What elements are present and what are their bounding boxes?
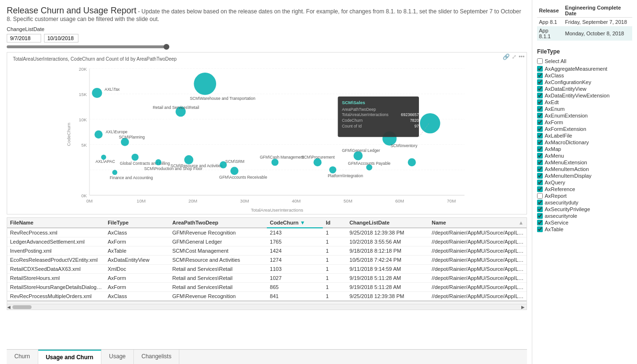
cell-codechurn: 2143 bbox=[267, 228, 323, 237]
link-icon[interactable]: 🔗 bbox=[503, 54, 510, 60]
slider-thumb[interactable] bbox=[164, 44, 169, 50]
col-filetype[interactable]: FileType bbox=[105, 218, 169, 228]
svg-text:GFM\Accounts Receivable: GFM\Accounts Receivable bbox=[219, 175, 267, 180]
filetype-label: AxMenuItemAction bbox=[545, 166, 589, 172]
col-filename[interactable]: FileName bbox=[7, 218, 105, 228]
col-changelistdate[interactable]: ChangeListDate bbox=[347, 218, 429, 228]
tab-usage-and-churn[interactable]: Usage and Churn bbox=[38, 350, 101, 364]
scroll-right-arrow[interactable]: ▶ bbox=[521, 305, 527, 310]
svg-text:20K: 20K bbox=[79, 66, 88, 72]
filetype-checkbox[interactable] bbox=[537, 186, 543, 192]
svg-text:AreaPathTwoDeep: AreaPathTwoDeep bbox=[342, 107, 376, 112]
filetype-item: AxMenuItemDisplay bbox=[537, 172, 632, 179]
filetype-item: AxFormExtension bbox=[537, 126, 632, 132]
filetype-item: AxForm bbox=[537, 119, 632, 126]
svg-point-58 bbox=[420, 113, 440, 133]
filetype-checkbox[interactable] bbox=[537, 206, 543, 212]
cell-codechurn: 841 bbox=[267, 292, 323, 301]
cell-codechurn: 865 bbox=[267, 283, 323, 292]
filetype-item: AxTable bbox=[537, 226, 632, 233]
filetype-checkbox[interactable] bbox=[537, 226, 543, 232]
filetype-checkbox[interactable] bbox=[537, 73, 543, 78]
svg-text:10K: 10K bbox=[79, 117, 88, 122]
select-all-checkbox[interactable] bbox=[537, 58, 543, 64]
cell-filename: RevRecProcess.xml bbox=[7, 228, 105, 237]
cell-areapathtwodeep: SCM\Resource and Activities bbox=[169, 256, 267, 265]
filetype-checkbox[interactable] bbox=[537, 119, 543, 125]
svg-text:0K: 0K bbox=[81, 193, 87, 198]
filetype-label: AxMenu bbox=[545, 153, 564, 159]
filetype-checkbox[interactable] bbox=[537, 126, 543, 132]
filetype-checkbox[interactable] bbox=[537, 93, 543, 98]
filetype-checkbox[interactable] bbox=[537, 79, 543, 85]
filetype-label: AxReference bbox=[545, 186, 575, 192]
report-title-text: Release Churn and Usage Report bbox=[7, 6, 136, 15]
more-icon[interactable]: ••• bbox=[518, 54, 525, 60]
scroll-left-arrow[interactable]: ◀ bbox=[7, 305, 11, 310]
cell-id: 1 bbox=[323, 274, 347, 283]
svg-text:SCM\SRM: SCM\SRM bbox=[225, 159, 244, 164]
cell-areapathtwodeep: SCM\Cost Management bbox=[169, 246, 267, 256]
header-section: Release Churn and Usage Report - Update … bbox=[7, 6, 527, 22]
filetype-checkbox[interactable] bbox=[537, 173, 543, 179]
filetype-checkbox[interactable] bbox=[537, 86, 543, 92]
tab-changelists[interactable]: Changelists bbox=[134, 350, 180, 364]
svg-point-24 bbox=[194, 73, 216, 95]
scrollbar-thumb[interactable] bbox=[12, 305, 32, 309]
slider-label: ChangeListDate bbox=[7, 26, 527, 32]
cell-id: 1 bbox=[323, 246, 347, 256]
svg-point-59 bbox=[408, 158, 416, 166]
cell-areapathtwodeep: GFM\General Ledger bbox=[169, 237, 267, 246]
cell-name: //depot/Rainier/AppMU/Source/AppIL/Meta bbox=[429, 274, 527, 283]
col-name[interactable]: Name ▲ bbox=[429, 218, 527, 228]
filetype-checkbox[interactable] bbox=[537, 180, 543, 185]
filetype-checkbox[interactable] bbox=[537, 146, 543, 152]
table-scroll[interactable]: FileName FileType AreaPathTwoDeep CodeCh… bbox=[7, 218, 527, 304]
filetype-checkbox[interactable] bbox=[537, 153, 543, 159]
filetype-checkbox[interactable] bbox=[537, 160, 543, 165]
filetype-checkbox[interactable] bbox=[537, 99, 543, 105]
filetype-label: AxSecurityPrivilege bbox=[545, 206, 590, 212]
filetype-checkbox[interactable] bbox=[537, 66, 543, 72]
date-end-input[interactable] bbox=[44, 34, 78, 43]
cell-id: 1 bbox=[323, 237, 347, 246]
filetype-item: AxQuery bbox=[537, 179, 632, 186]
filetype-checkbox[interactable] bbox=[537, 166, 543, 172]
filetype-checkbox[interactable] bbox=[537, 213, 543, 219]
filetype-checkbox[interactable] bbox=[537, 113, 543, 118]
cell-changelistdate: 9/19/2018 5:11:28 AM bbox=[347, 283, 429, 292]
filetype-checkbox[interactable] bbox=[537, 193, 543, 199]
svg-text:50M: 50M bbox=[343, 199, 352, 204]
expand-icon[interactable]: ⤢ bbox=[512, 54, 516, 60]
right-panel: Release Engineering Complete Date App 8.… bbox=[532, 0, 637, 364]
filetype-item: AxEnumExtension bbox=[537, 112, 632, 119]
table-row: RetailStoreHoursRangeDetailsDialog.xmlAx… bbox=[7, 283, 527, 292]
svg-text:AXL\APAC: AXL\APAC bbox=[96, 159, 115, 164]
svg-text:SCM\Planning: SCM\Planning bbox=[119, 135, 144, 139]
filetype-label: AxMenuItemDisplay bbox=[545, 173, 592, 179]
svg-text:Retail and Services\Retail: Retail and Services\Retail bbox=[153, 105, 199, 110]
svg-text:30M: 30M bbox=[240, 199, 249, 204]
filetype-item: axsecurityrole bbox=[537, 213, 632, 219]
tab-usage[interactable]: Usage bbox=[101, 350, 134, 364]
filetype-checkbox[interactable] bbox=[537, 220, 543, 225]
horizontal-scrollbar[interactable]: ◀ ▶ bbox=[7, 304, 527, 310]
filetype-checkbox[interactable] bbox=[537, 106, 543, 112]
filetype-label: axsecurityrole bbox=[545, 213, 577, 219]
cell-areapathtwodeep: GFM\Revenue Recognition bbox=[169, 228, 267, 237]
tabs-bar: ChurnUsage and ChurnUsageChangelists bbox=[7, 349, 527, 364]
svg-point-38 bbox=[155, 159, 162, 165]
col-id[interactable]: Id bbox=[323, 218, 347, 228]
date-start-input[interactable] bbox=[7, 34, 41, 43]
col-codechurn[interactable]: CodeChurn ▼ bbox=[267, 218, 323, 228]
filetype-checkbox[interactable] bbox=[537, 133, 543, 139]
filetype-checkbox[interactable] bbox=[537, 139, 543, 145]
tab-churn[interactable]: Churn bbox=[7, 350, 38, 364]
col-areapath[interactable]: AreaPathTwoDeep bbox=[169, 218, 267, 228]
filetype-checkbox[interactable] bbox=[537, 200, 543, 205]
svg-text:SCM\Sales: SCM\Sales bbox=[342, 100, 365, 105]
slider-track[interactable] bbox=[7, 45, 169, 48]
svg-text:CodeChurn: CodeChurn bbox=[66, 123, 71, 146]
filetype-item: AxDataEntityViewExtension bbox=[537, 92, 632, 99]
filetype-label: AxEdt bbox=[545, 99, 559, 105]
